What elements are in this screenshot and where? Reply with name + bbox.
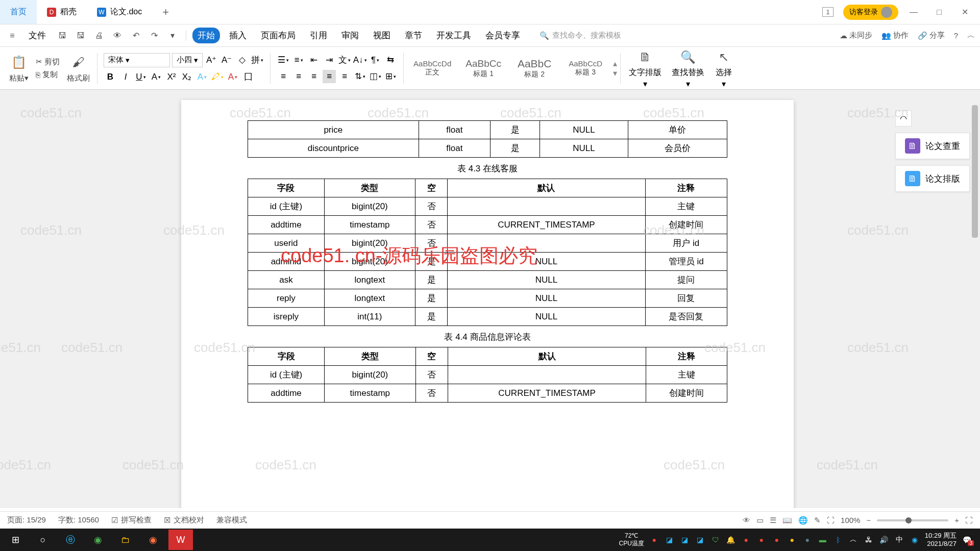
cortana-icon[interactable]: ○ [31,530,55,550]
underline-button[interactable]: U [134,70,148,84]
zoom-slider[interactable] [877,519,948,521]
fit-width-icon[interactable]: ⛶ [827,516,835,524]
collapse-ribbon-icon[interactable]: ︿ [967,31,975,40]
menu-layout[interactable]: 页面布局 [256,28,301,43]
page-counter[interactable]: 页面: 15/29 [7,515,46,525]
bullet-list-button[interactable]: ☰ [277,54,290,67]
tray-icon[interactable]: ● [741,535,751,545]
tray-icon[interactable]: ● [772,535,782,545]
style-more-icon[interactable]: ▾ [613,68,617,78]
bold-button[interactable]: B [104,70,117,84]
menu-chapter[interactable]: 章节 [400,28,427,43]
document-page[interactable]: pricefloat是NULL单价 discountpricefloat是NUL… [181,100,794,508]
print-preview-icon[interactable]: 👁 [110,29,125,43]
tab-button[interactable]: ⇆ [384,54,397,67]
edit-icon[interactable]: ✎ [814,516,821,525]
dropdown-icon[interactable]: ▾ [165,29,180,43]
spell-check-toggle[interactable]: ☑ 拼写检查 [111,515,152,525]
search-tray-icon[interactable]: ◉ [910,535,920,545]
align-justify-button[interactable]: ≡ [323,70,336,83]
font-size-select[interactable]: 小四 ▾ [172,53,203,67]
select-button[interactable]: ↖选择▾ [709,48,738,89]
edge-icon[interactable]: ◉ [86,530,110,550]
wps-icon[interactable]: W [168,530,193,550]
help-icon[interactable]: ? [954,31,958,40]
format-painter-icon[interactable]: 🖌 [69,53,88,71]
tray-icon[interactable]: ◪ [680,535,690,545]
page-indicator[interactable]: 1 [818,2,838,22]
find-replace-button[interactable]: 🔍查找替换▾ [667,48,709,89]
sort-button[interactable]: A↓ [353,54,366,67]
border-button[interactable]: ⊞ [384,70,397,83]
sync-status[interactable]: ☁ 未同步 [840,31,872,40]
copy-button[interactable]: ⎘ 复制 [36,70,60,80]
asian-layout-button[interactable]: 文 [338,54,351,67]
zoom-out-button[interactable]: − [866,516,871,524]
decrease-indent-button[interactable]: ⇤ [307,54,321,67]
paper-check-button[interactable]: 🗎论文查重 [895,133,970,159]
command-search[interactable]: 🔍 查找命令、搜索模板 [540,31,621,40]
tray-icon[interactable]: ● [756,535,767,545]
save-icon[interactable]: 🖫 [55,29,69,43]
cut-button[interactable]: ✂ 剪切 [36,57,60,67]
menu-start[interactable]: 开始 [192,28,220,43]
ie-icon[interactable]: ⓔ [58,530,83,550]
action-center-icon[interactable]: 💬3 [962,535,972,545]
tab-daoke[interactable]: D稻壳 [37,0,87,24]
line-spacing-button[interactable]: ⇅ [353,70,366,83]
menu-reference[interactable]: 引用 [305,28,332,43]
share-button[interactable]: 🔗 分享 [918,31,945,40]
new-tab-button[interactable]: + [152,0,179,24]
paper-typeset-button[interactable]: 🗎论文排版 [895,165,970,192]
tray-icon[interactable]: ▬ [818,535,828,545]
save-as-icon[interactable]: 🖫 [74,29,88,43]
font-color-button[interactable]: A [226,70,239,84]
tray-icon[interactable]: ◪ [695,535,705,545]
proof-toggle[interactable]: ☒ 文档校对 [164,515,204,525]
tray-icon[interactable]: ◪ [665,535,675,545]
decrease-font-icon[interactable]: A⁻ [220,54,233,67]
tray-icon[interactable]: ● [802,535,813,545]
redo-icon[interactable]: ↷ [147,29,161,43]
text-layout-button[interactable]: 🗎文字排版▾ [624,48,667,89]
highlight-button[interactable]: 🖍 [211,70,224,84]
undo-icon[interactable]: ↶ [129,29,143,43]
italic-button[interactable]: I [119,70,132,84]
style-normal[interactable]: AaBbCcDd正文 [407,53,458,84]
menu-review[interactable]: 审阅 [336,28,364,43]
network-icon[interactable]: 🖧 [864,535,874,545]
web-icon[interactable]: 🌐 [798,516,808,525]
align-right-button[interactable]: ≡ [307,70,321,83]
maximize-button[interactable]: □ [929,2,949,22]
explorer-icon[interactable]: 🗀 [113,530,138,550]
show-marks-button[interactable]: ¶ [369,54,382,67]
menu-file[interactable]: 文件 [23,28,51,43]
collapse-panel-button[interactable]: ◠ [895,110,912,127]
increase-font-icon[interactable]: A⁺ [205,54,218,67]
superscript-button[interactable]: X² [165,70,178,84]
tray-icon[interactable]: 🛡 [710,535,721,545]
increase-indent-button[interactable]: ⇥ [323,54,336,67]
phonetic-icon[interactable]: 拼 [251,54,264,67]
guest-login-button[interactable]: 访客登录 [843,5,898,20]
clock[interactable]: 10:29 周五2021/8/27 [925,532,957,547]
style-heading1[interactable]: AaBbCc标题 1 [458,53,509,84]
paste-label[interactable]: 粘贴▾ [9,73,29,83]
bluetooth-icon[interactable]: ᛒ [833,535,843,545]
align-left-button[interactable]: ≡ [277,70,290,83]
menu-view[interactable]: 视图 [368,28,396,43]
tab-home[interactable]: 首页 [0,0,37,24]
menu-insert[interactable]: 插入 [224,28,252,43]
subscript-button[interactable]: X₂ [180,70,193,84]
align-center-button[interactable]: ≡ [292,70,305,83]
start-button[interactable]: ⊞ [3,530,28,550]
fullscreen-icon[interactable]: ⛶ [965,516,973,524]
strikethrough-button[interactable]: A [150,70,163,84]
paste-icon[interactable]: 📋 [10,53,28,71]
char-border-button[interactable]: 囗 [241,70,255,84]
scrollbar-thumb[interactable] [972,105,978,238]
hamburger-icon[interactable]: ≡ [5,29,19,43]
collab-button[interactable]: 👥 协作 [881,31,909,40]
close-button[interactable]: ✕ [954,2,975,22]
word-count[interactable]: 字数: 10560 [58,515,99,525]
